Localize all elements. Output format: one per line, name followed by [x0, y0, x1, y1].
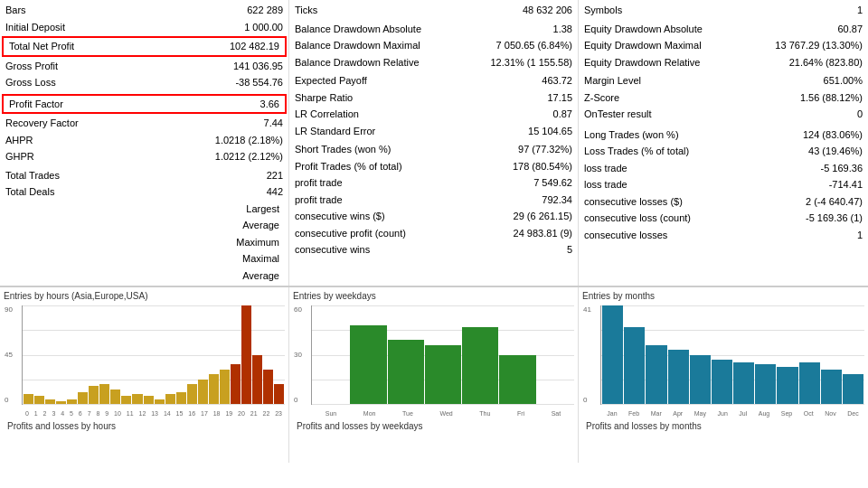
table-row: consecutive loss (count)-5 169.36 (1): [579, 210, 868, 227]
row-label: Profit Trades (% of total): [295, 159, 402, 174]
row-value: 1.56 (88.12%): [800, 90, 863, 106]
table-row: Expected Payoff463.72: [289, 72, 578, 89]
table-row: consecutive losses ($)2 (-4 640.47): [579, 193, 868, 211]
bar: [252, 355, 262, 405]
row-value: 1.0218 (2.18%): [215, 133, 283, 148]
table-row: Recovery Factor7.44: [0, 115, 288, 132]
x-axis-labels: 01234567891011121314151617181920212223: [23, 410, 285, 417]
stats-col-0: Bars622 289Initial Deposit1 000.00Total …: [0, 0, 289, 286]
bar: [45, 399, 55, 404]
row-value: 178 (80.54%): [513, 159, 572, 174]
table-row: Initial Deposit1 000.00: [0, 19, 288, 36]
main-container: Bars622 289Initial Deposit1 000.00Total …: [0, 0, 868, 463]
chart-area: 60300SunMonTueWedThuFriSat: [311, 305, 574, 405]
row-value: 0: [857, 107, 863, 122]
bar: [34, 396, 44, 404]
row-label: loss trade: [584, 177, 627, 192]
row-value: 463.72: [542, 73, 572, 89]
row-label: Balance Drawdown Relative: [295, 55, 420, 70]
table-row: Equity Drawdown Relative21.64% (823.80): [579, 54, 868, 71]
bar: [499, 355, 535, 405]
row-value: 1: [857, 3, 863, 18]
row-label: consecutive loss (count): [584, 211, 691, 226]
row-label: profit trade: [295, 192, 343, 208]
row-value: 1: [857, 228, 863, 243]
table-row: Profit Trades (% of total)178 (80.54%): [289, 158, 578, 175]
bar: [755, 364, 776, 404]
bar: [187, 384, 197, 404]
bar: [144, 396, 154, 404]
table-row: Total Deals442: [0, 183, 288, 201]
table-row: LR Standard Error15 104.65: [289, 123, 578, 140]
table-row: GHPR1.0212 (2.12%): [0, 148, 288, 165]
row-value: 13 767.29 (13.30%): [775, 38, 863, 53]
table-row: LR Correlation0.87: [289, 106, 578, 123]
table-row: Balance Drawdown Absolute1.38: [289, 21, 578, 38]
row-label: Bars: [5, 3, 26, 18]
y-axis-labels: 60300: [294, 305, 302, 404]
table-row: Largest: [0, 201, 288, 218]
row-label: LR Standard Error: [295, 124, 375, 139]
table-row: Ticks48 632 206: [289, 2, 578, 19]
pnl-label: Profits and losses by hours: [4, 419, 285, 433]
bar: [121, 396, 131, 404]
bar: [24, 394, 33, 404]
row-label: consecutive wins ($): [295, 209, 385, 224]
row-label: Average: [242, 218, 279, 233]
table-row: Loss Trades (% of total)43 (19.46%): [579, 143, 868, 160]
bar: [602, 305, 623, 404]
row-label: Long Trades (won %): [584, 127, 679, 143]
row-value: 124 (83.06%): [803, 127, 863, 143]
chart-area: 9045001234567891011121314151617181920212…: [22, 305, 285, 405]
table-row: Total Net Profit102 482.19: [2, 36, 287, 57]
table-row: loss trade-714.41: [579, 176, 868, 193]
row-label: Gross Profit: [5, 59, 58, 74]
bar: [388, 340, 424, 404]
row-value: 17.15: [547, 90, 572, 106]
bars-group: [23, 305, 285, 404]
row-label: Initial Deposit: [5, 20, 65, 35]
charts-container: Entries by hours (Asia,Europe,USA)904500…: [0, 286, 868, 463]
row-label: Margin Level: [584, 73, 641, 89]
bar: [165, 394, 175, 404]
row-value: 0.87: [553, 107, 572, 122]
table-row: consecutive profit (count)24 983.81 (9): [289, 225, 578, 242]
row-label: Total Net Profit: [9, 39, 74, 54]
row-value: 651.00%: [824, 73, 863, 89]
bar: [646, 345, 666, 404]
row-label: consecutive profit (count): [295, 226, 406, 241]
chart-panel-2: Entries by months410JanFebMarAprMayJunJu…: [579, 287, 868, 463]
table-row: loss trade-5 169.36: [579, 160, 868, 177]
table-row: Maximum: [0, 234, 288, 251]
row-label: Symbols: [584, 3, 622, 18]
row-label: AHPR: [5, 133, 33, 148]
pnl-label: Profits and losses by months: [582, 419, 864, 433]
bar: [712, 360, 732, 404]
bar: [799, 362, 820, 404]
row-label: Equity Drawdown Maximal: [584, 38, 702, 53]
bar: [209, 374, 219, 404]
bar: [274, 384, 284, 404]
bars-group: [601, 305, 864, 404]
bar: [821, 370, 842, 404]
row-label: Balance Drawdown Absolute: [295, 22, 421, 37]
bar: [56, 401, 66, 404]
table-row: Short Trades (won %)97 (77.32%): [289, 141, 578, 158]
bar: [176, 392, 186, 404]
row-value: -38 554.76: [235, 75, 283, 90]
row-value: 15 104.65: [528, 124, 572, 139]
bar: [231, 364, 241, 404]
y-axis-labels: 410: [583, 305, 591, 404]
row-label: Average: [242, 268, 279, 284]
table-row: OnTester result0: [579, 106, 868, 123]
row-value: 7 549.62: [533, 175, 572, 191]
row-value: 1.0212 (2.12%): [215, 149, 283, 164]
chart-title: Entries by weekdays: [293, 291, 574, 301]
row-value: 12.31% (1 155.58): [490, 55, 572, 70]
bar: [241, 305, 251, 404]
table-row: Average: [0, 217, 288, 234]
row-value: -5 169.36 (1): [806, 211, 863, 226]
bar: [78, 392, 88, 404]
table-row: Average: [0, 267, 288, 285]
row-value: 48 632 206: [523, 3, 572, 18]
